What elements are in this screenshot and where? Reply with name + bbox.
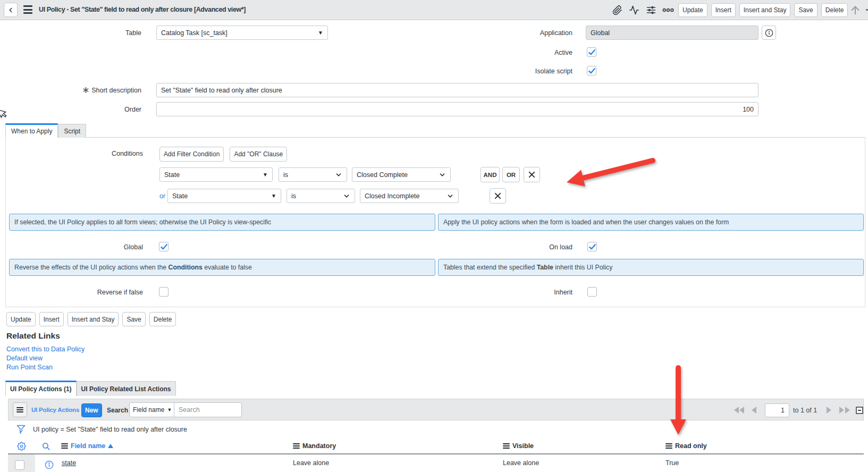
list-toolbar: UI Policy Actions New Search Field name … [8, 399, 864, 420]
update-button[interactable]: Update [678, 3, 707, 17]
page-title: UI Policy - Set "State" field to read on… [39, 6, 246, 13]
condition-button-group: Add Filter Condition Add "OR" Clause [159, 147, 287, 162]
column-header-read-only[interactable]: Read only [665, 442, 707, 450]
previous-page-icon[interactable] [751, 406, 757, 414]
condition-2-operator-select[interactable]: is [286, 189, 355, 203]
clipped-icon [866, 9, 868, 11]
search-combo: Field name ▼ [129, 402, 242, 417]
short-description-input[interactable]: Set "State" field to read only after clo… [156, 83, 759, 97]
condition-1-value-select[interactable]: Closed Complete [352, 167, 451, 182]
reverse-if-false-label: Reverse if false [21, 285, 143, 299]
personalize-form-icon[interactable] [645, 4, 657, 16]
select-value: Closed Incomplete [365, 192, 446, 200]
select-value: Catalog Task [sc_task] [161, 29, 315, 37]
delete-button-bottom[interactable]: Delete [149, 312, 176, 326]
activity-stream-icon[interactable] [628, 4, 640, 16]
new-button[interactable]: New [81, 403, 102, 417]
global-annotation: If selected, the UI Policy applies to al… [9, 214, 435, 231]
save-button-bottom[interactable]: Save [122, 312, 145, 326]
condition-2-field-select[interactable]: State ▼ [167, 189, 281, 203]
short-description-label: Short description [19, 83, 141, 97]
application-field: Global [586, 26, 759, 40]
more-options-icon[interactable] [662, 4, 674, 16]
page-number-input[interactable] [765, 403, 789, 417]
scroll-up-icon[interactable] [849, 4, 861, 16]
insert-and-stay-button[interactable]: Insert and Stay [739, 3, 791, 17]
insert-button-bottom[interactable]: Insert [39, 312, 64, 326]
update-button-bottom[interactable]: Update [6, 312, 36, 326]
chevron-down-icon [343, 192, 350, 200]
column-label: Read only [675, 442, 707, 450]
active-checkbox[interactable] [587, 47, 596, 57]
application-info-button[interactable] [762, 26, 776, 40]
back-button[interactable] [4, 3, 18, 17]
and-button[interactable]: AND [481, 167, 500, 182]
caret-down-icon: ▼ [318, 30, 323, 36]
on-load-checkbox[interactable] [587, 242, 597, 251]
minimize-list-icon[interactable] [856, 407, 863, 414]
select-value: State [172, 192, 268, 200]
isolate-script-checkbox[interactable] [587, 66, 596, 75]
check-icon [160, 243, 168, 251]
column-header-visible[interactable]: Visible [503, 442, 534, 450]
filter-breadcrumb[interactable]: UI policy = Set "State" field to read on… [33, 426, 187, 433]
on-load-label: On load [450, 240, 572, 254]
search-input[interactable] [174, 403, 268, 417]
attachment-icon[interactable] [611, 4, 623, 16]
insert-and-stay-button-bottom[interactable]: Insert and Stay [68, 312, 119, 326]
reverse-if-false-checkbox[interactable] [159, 287, 168, 297]
record-info-icon[interactable] [45, 460, 54, 469]
condition-1-operator-select[interactable]: is [279, 167, 347, 182]
table-select[interactable]: Catalog Task [sc_task] ▼ [156, 26, 328, 40]
chevron-down-icon [446, 192, 454, 200]
gear-icon[interactable] [17, 442, 26, 451]
order-input[interactable]: 100 [156, 102, 759, 116]
condition-2-value-select[interactable]: Closed Incomplete [360, 189, 459, 203]
global-label: Global [21, 240, 143, 254]
caret-down-icon: ▼ [263, 172, 268, 178]
check-icon [588, 67, 596, 75]
tab-script[interactable]: Script [58, 124, 86, 138]
search-label: Search [107, 407, 128, 414]
row-field-link[interactable]: state [62, 459, 76, 467]
form-context-menu-icon[interactable] [23, 5, 32, 14]
caret-down-icon: ▼ [167, 407, 172, 412]
add-or-clause-button[interactable]: Add "OR" Clause [230, 147, 287, 162]
isolate-script-label: Isolate script [450, 64, 572, 78]
order-label: Order [19, 102, 141, 116]
row-checkbox[interactable] [15, 460, 24, 470]
close-icon [494, 192, 501, 199]
search-column-icon[interactable] [41, 442, 50, 451]
row-visible-value: Leave alone [503, 459, 539, 467]
delete-condition-1-button[interactable] [524, 167, 540, 182]
related-link-run-point-scan[interactable]: Run Point Scan [6, 364, 53, 371]
column-menu-icon [293, 443, 300, 449]
delete-button[interactable]: Delete [821, 3, 848, 17]
tab-ui-policy-actions[interactable]: UI Policy Actions (1) [5, 381, 77, 396]
condition-1-field-select[interactable]: State ▼ [159, 167, 273, 182]
delete-condition-2-button[interactable] [490, 188, 506, 204]
or-button[interactable]: OR [502, 167, 520, 182]
filter-icon[interactable] [16, 425, 26, 434]
list-context-menu-button[interactable] [13, 402, 27, 417]
check-icon [588, 243, 596, 251]
related-link-convert-data-policy[interactable]: Convert this to Data Policy [6, 345, 85, 353]
search-field-value: Field name [133, 406, 164, 414]
next-page-icon[interactable] [826, 406, 832, 414]
add-filter-condition-button[interactable]: Add Filter Condition [159, 147, 224, 162]
reverse-annotation: Reverse the effects of the UI policy act… [9, 259, 435, 276]
global-checkbox[interactable] [159, 242, 168, 251]
inherit-checkbox[interactable] [587, 287, 597, 297]
save-button[interactable]: Save [794, 3, 817, 17]
tab-when-to-apply[interactable]: When to Apply [5, 123, 58, 138]
related-link-default-view[interactable]: Default view [6, 355, 43, 362]
check-icon [588, 48, 596, 56]
search-field-select[interactable]: Field name ▼ [130, 403, 174, 417]
column-header-field-name[interactable]: Field name [61, 442, 113, 450]
tab-ui-policy-related-list-actions[interactable]: UI Policy Related List Actions [77, 381, 176, 396]
first-page-icon[interactable] [734, 406, 745, 414]
last-page-icon[interactable] [839, 406, 850, 414]
column-header-mandatory[interactable]: Mandatory [293, 442, 336, 450]
list-title-link[interactable]: UI Policy Actions [31, 407, 79, 413]
insert-button[interactable]: Insert [711, 3, 736, 17]
